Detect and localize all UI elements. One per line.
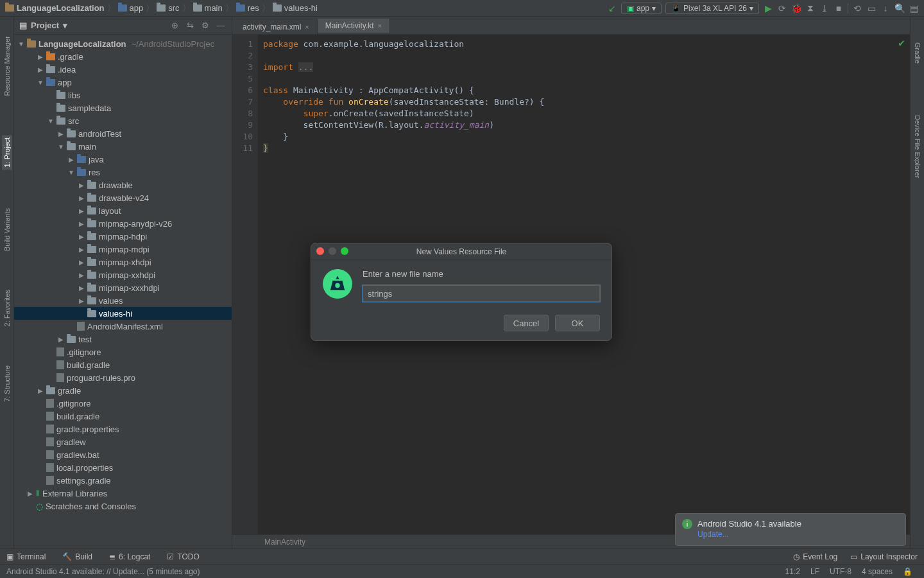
tree-item[interactable]: ▼app [14,76,232,89]
hide-icon[interactable]: — [215,21,227,30]
tree-item[interactable]: ▶mipmap-anydpi-v26 [14,217,232,230]
bottom-tab-build[interactable]: 🔨 Build [62,552,92,561]
editor-tab[interactable]: activity_main.xml× [235,20,318,34]
window-controls[interactable] [316,247,348,255]
left-tool-buttons: Resource Manager 1: Project Build Varian… [0,17,14,548]
tree-item[interactable]: build.gradle [14,410,232,423]
bottom-tab-todo[interactable]: ☑ TODO [167,552,199,561]
tree-item[interactable]: ▶values [14,294,232,307]
collapse-icon[interactable]: ⇆ [184,21,196,30]
tree-item[interactable]: AndroidManifest.xml [14,320,232,333]
tool-button-build-variants[interactable]: Build Variants [3,208,11,251]
run-icon[interactable]: ▶ [763,3,773,13]
device-selector[interactable]: 📱Pixel 3a XL API 26 ▾ [665,3,759,14]
tree-item[interactable]: ▶layout [14,204,232,217]
breadcrumb-item[interactable]: res [236,3,259,13]
tree-item[interactable]: ▼src [14,114,232,127]
inspection-status-icon[interactable]: ✔ [898,37,905,49]
editor-tab[interactable]: MainActivity.kt× [318,19,390,34]
ok-button[interactable]: OK [555,315,600,331]
tree-item[interactable]: ▶test [14,333,232,346]
tree-item[interactable]: values-hi [14,307,232,320]
tree-item[interactable]: .gitignore [14,346,232,358]
tree-root[interactable]: ▼LanguageLocalization~/AndroidStudioProj… [14,37,232,50]
tree-item[interactable]: ▶⫴External Libraries [14,487,232,500]
attach-debugger-icon[interactable]: ⤓ [819,3,830,13]
file-encoding[interactable]: UTF-8 [825,567,857,576]
tree-item[interactable]: settings.gradle [14,474,232,487]
tree-item[interactable]: ▶mipmap-xhdpi [14,256,232,268]
search-everywhere-icon[interactable]: 🔍 [894,3,905,13]
tree-item[interactable]: ▶.gradle [14,50,232,63]
close-tab-icon[interactable]: × [305,23,309,31]
profile-icon[interactable]: ⧗ [805,3,816,13]
tree-item[interactable]: ▼main [14,140,232,153]
notification-title: Android Studio 4.1 available [697,519,898,529]
tree-item[interactable]: sampledata [14,101,232,114]
minimize-window-icon[interactable] [329,247,336,255]
tree-item[interactable]: ▶mipmap-xxhdpi [14,268,232,281]
dialog-titlebar[interactable]: New Values Resource File [311,243,612,260]
notification-link[interactable]: Update... [697,530,898,539]
tool-button-device-file-explorer[interactable]: Device File Explorer [914,115,921,178]
project-view-selector[interactable]: ▤ Project ▾ [19,21,67,30]
tree-item[interactable]: ▶drawable [14,179,232,191]
tool-button-gradle[interactable]: Gradle [914,42,921,64]
breadcrumb-item[interactable]: main [193,3,223,13]
tree-item[interactable]: ▶androidTest [14,127,232,140]
tool-button-structure[interactable]: 7: Structure [3,365,11,402]
bottom-tab-logcat[interactable]: ≣ 6: Logcat [109,552,150,561]
tree-item[interactable]: build.gradle [14,358,232,371]
indent-setting[interactable]: 4 spaces [857,567,898,576]
bottom-tab-terminal[interactable]: ▣ Terminal [6,552,46,561]
avd-manager-icon[interactable]: ▭ [866,3,877,13]
breadcrumb-item[interactable]: src [157,3,179,13]
run-config-selector[interactable]: ▣app ▾ [621,3,662,14]
tool-button-favorites[interactable]: 2: Favorites [3,290,11,326]
tree-item[interactable]: gradlew [14,435,232,448]
tool-button-resource-manager[interactable]: Resource Manager [3,36,11,96]
tool-button-project[interactable]: 1: Project [2,135,12,170]
breadcrumb-item[interactable]: app [118,3,144,13]
stop-icon[interactable]: ■ [834,3,844,13]
settings-icon[interactable]: ⚙ [200,21,211,30]
status-bar: Android Studio 4.1 available: // Update.… [0,565,924,578]
filename-input[interactable] [363,285,600,302]
tree-item[interactable]: ▶java [14,153,232,166]
tree-item[interactable]: local.properties [14,461,232,474]
readonly-lock-icon[interactable]: 🔒 [898,567,918,576]
close-tab-icon[interactable]: × [378,22,382,30]
sync-gradle-icon[interactable]: ⟲ [852,3,862,13]
sdk-manager-icon[interactable]: ↓ [880,3,891,13]
tree-item[interactable]: proguard-rules.pro [14,371,232,384]
tree-item[interactable]: gradle.properties [14,423,232,435]
cursor-position[interactable]: 11:2 [780,567,805,576]
breadcrumb-item[interactable]: LanguageLocalization [5,3,105,13]
tree-item[interactable]: ▶mipmap-hdpi [14,230,232,243]
locate-icon[interactable]: ⊕ [169,21,180,30]
tree-item[interactable]: ▶mipmap-xxxhdpi [14,281,232,294]
update-notification[interactable]: i Android Studio 4.1 available Update... [675,513,906,546]
bottom-tab-layout-inspector[interactable]: ▭ Layout Inspector [850,552,918,561]
more-icon[interactable]: ▤ [909,3,919,13]
tree-item[interactable]: ▶mipmap-mdpi [14,243,232,256]
status-message[interactable]: Android Studio 4.1 available: // Update.… [6,567,200,576]
tree-item[interactable]: gradlew.bat [14,448,232,461]
tree-item[interactable]: .gitignore [14,397,232,410]
tree-item[interactable]: ▶.idea [14,63,232,76]
tree-item[interactable]: libs [14,89,232,101]
tree-item[interactable]: ◌Scratches and Consoles [14,500,232,512]
close-window-icon[interactable] [316,247,324,255]
bottom-tab-event-log[interactable]: ◷ Event Log [793,552,837,561]
make-project-icon[interactable]: ↙ [607,3,617,13]
debug-icon[interactable]: 🐞 [791,3,801,13]
tree-item[interactable]: ▶drawable-v24 [14,191,232,204]
cancel-button[interactable]: Cancel [504,315,549,331]
tree-item[interactable]: ▶gradle [14,384,232,397]
zoom-window-icon[interactable] [341,247,348,255]
tree-item[interactable]: ▼res [14,166,232,179]
apply-changes-icon[interactable]: ⟳ [777,3,787,13]
line-separator[interactable]: LF [805,567,825,576]
project-tree[interactable]: ▼LanguageLocalization~/AndroidStudioProj… [14,35,232,548]
breadcrumb-item[interactable]: values-hi [273,3,318,13]
